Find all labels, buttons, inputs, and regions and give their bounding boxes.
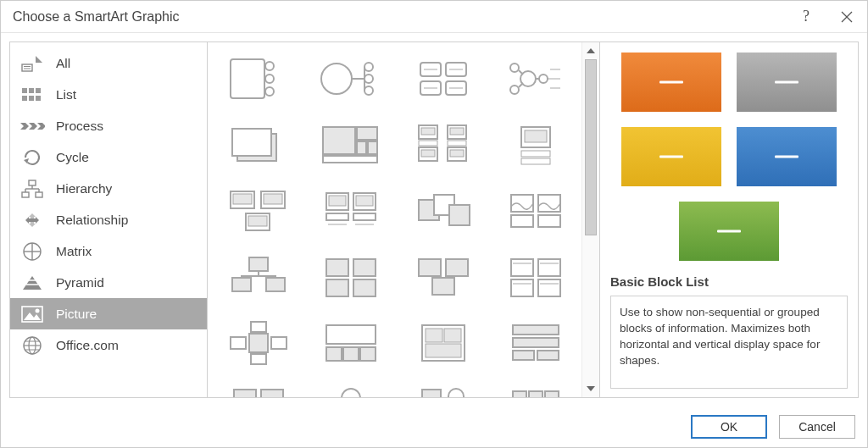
category-item-picture[interactable]: Picture	[10, 298, 207, 329]
scroll-thumb[interactable]	[585, 59, 597, 235]
svg-line-62	[519, 83, 523, 87]
category-item-matrix[interactable]: Matrix	[10, 235, 207, 267]
gallery-pane	[208, 42, 599, 397]
preview-block	[737, 53, 837, 112]
svg-point-58	[510, 64, 519, 72]
svg-rect-120	[432, 278, 454, 295]
gallery-thumb[interactable]	[305, 46, 398, 112]
gallery-thumb[interactable]	[398, 244, 490, 310]
svg-marker-28	[24, 312, 41, 320]
close-button[interactable]	[826, 3, 867, 31]
category-label: All	[56, 56, 70, 71]
scroll-up-button[interactable]	[582, 42, 599, 59]
help-button[interactable]: ?	[786, 3, 826, 31]
category-item-process[interactable]: Process	[10, 110, 207, 141]
matrix-icon	[19, 240, 46, 263]
category-item-pyramid[interactable]: Pyramid	[10, 267, 207, 298]
category-item-office[interactable]: Office.com	[10, 329, 207, 361]
gallery-thumb[interactable]	[213, 46, 305, 112]
gallery-thumb[interactable]	[489, 376, 581, 397]
category-item-cycle[interactable]: Cycle	[10, 141, 207, 173]
svg-point-37	[265, 75, 274, 83]
gallery-thumb[interactable]	[489, 178, 581, 244]
cancel-button[interactable]: Cancel	[779, 415, 855, 439]
relationship-icon	[19, 208, 46, 232]
globe-icon	[19, 334, 46, 357]
svg-rect-147	[261, 390, 283, 397]
close-icon	[841, 11, 853, 23]
gallery-thumb[interactable]	[305, 178, 398, 244]
svg-rect-108	[538, 215, 560, 227]
chevron-down-icon	[587, 386, 595, 391]
scroll-down-button[interactable]	[582, 380, 599, 397]
svg-rect-73	[323, 156, 377, 163]
gallery-thumb[interactable]	[213, 178, 305, 244]
svg-point-42	[321, 64, 352, 94]
svg-marker-155	[587, 48, 595, 53]
gallery-thumb[interactable]	[489, 244, 581, 310]
category-item-list[interactable]: List	[10, 79, 207, 110]
category-label: List	[56, 87, 76, 102]
gallery-thumb[interactable]	[213, 244, 305, 310]
gallery-thumb[interactable]	[398, 112, 490, 178]
gallery-thumb[interactable]	[489, 46, 581, 112]
svg-rect-83	[450, 150, 464, 157]
category-label: Pyramid	[56, 275, 104, 290]
svg-rect-144	[513, 351, 534, 360]
svg-rect-122	[538, 259, 560, 276]
gallery-thumb[interactable]	[398, 376, 490, 397]
svg-rect-130	[231, 337, 246, 349]
svg-rect-7	[36, 88, 41, 93]
gallery-thumb[interactable]	[489, 112, 581, 178]
svg-rect-143	[513, 338, 559, 347]
gallery-thumb[interactable]	[305, 310, 398, 376]
svg-rect-6	[29, 88, 34, 93]
gallery-thumb[interactable]	[213, 112, 305, 178]
preview-description: Use to show non-sequential or grouped bl…	[610, 296, 848, 389]
svg-point-59	[510, 86, 519, 94]
picture-icon	[19, 302, 46, 326]
gallery-thumb[interactable]	[305, 244, 398, 310]
svg-rect-152	[513, 391, 526, 397]
svg-point-151	[448, 389, 464, 397]
category-label: Office.com	[56, 338, 119, 353]
svg-rect-14	[36, 192, 42, 197]
svg-rect-153	[529, 391, 542, 397]
gallery-thumb[interactable]	[398, 310, 490, 376]
category-item-hierarchy[interactable]: Hierarchy	[10, 173, 207, 204]
svg-rect-135	[326, 347, 342, 361]
svg-point-44	[364, 63, 373, 71]
gallery-thumb[interactable]	[213, 310, 305, 376]
chevron-up-icon	[587, 48, 595, 53]
svg-rect-81	[421, 150, 435, 157]
svg-point-148	[342, 389, 360, 397]
svg-rect-79	[448, 141, 466, 146]
svg-rect-142	[513, 325, 559, 335]
ok-button[interactable]: OK	[691, 415, 767, 439]
svg-rect-104	[449, 205, 470, 225]
all-icon	[19, 52, 46, 75]
svg-rect-10	[36, 96, 41, 101]
gallery-thumb[interactable]	[305, 376, 398, 397]
svg-rect-137	[360, 347, 376, 361]
svg-point-29	[36, 308, 40, 312]
svg-rect-129	[249, 334, 268, 352]
gallery-thumb[interactable]	[398, 178, 490, 244]
gallery-thumb[interactable]	[489, 310, 581, 376]
svg-rect-8	[22, 96, 27, 101]
category-label: Hierarchy	[56, 181, 112, 196]
gallery-thumb[interactable]	[213, 376, 305, 397]
svg-rect-140	[444, 329, 461, 342]
gallery-thumb[interactable]	[305, 112, 398, 178]
category-item-relationship[interactable]: Relationship	[10, 204, 207, 235]
scroll-track[interactable]	[582, 59, 599, 380]
svg-rect-86	[521, 151, 550, 157]
svg-rect-69	[323, 127, 355, 154]
gallery-scrollbar[interactable]	[581, 42, 599, 397]
gallery-thumb[interactable]	[398, 46, 490, 112]
svg-rect-112	[232, 278, 251, 291]
preview-block	[737, 127, 837, 186]
category-item-all[interactable]: All	[10, 47, 207, 79]
svg-rect-70	[357, 127, 377, 140]
svg-rect-123	[511, 279, 533, 296]
